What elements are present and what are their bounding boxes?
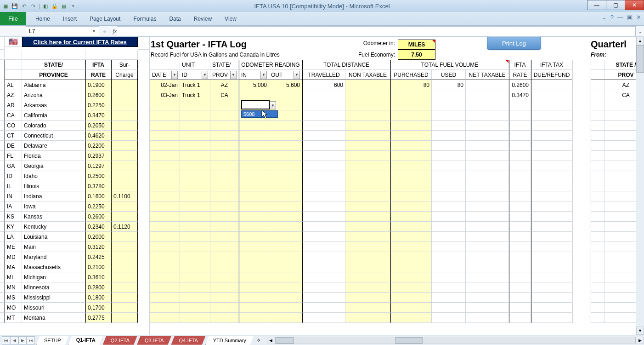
log-rate[interactable] [509,282,531,293]
log-used[interactable] [432,181,466,191]
tab-nav-prev[interactable]: ◀ [10,336,18,345]
log-odo-in[interactable] [239,282,269,293]
log-travelled[interactable] [302,242,345,252]
log-date[interactable] [150,161,180,171]
log-odo-in[interactable] [239,222,269,232]
log-tax[interactable] [531,293,572,303]
state-name[interactable]: Maryland [22,252,85,262]
state-surcharge[interactable] [111,272,138,282]
log-state[interactable] [210,272,239,282]
state-name[interactable]: Kansas [22,212,85,222]
state-abbr[interactable]: CT [5,131,22,141]
state-name[interactable]: Main [22,242,85,252]
state-rate[interactable]: 0.2340 [85,222,111,232]
log-nontax[interactable] [345,121,390,131]
log-odo-in[interactable] [239,121,269,131]
log-purchased[interactable] [390,201,432,212]
log-state[interactable] [210,110,239,121]
log-unit[interactable] [180,201,210,212]
log-net[interactable] [466,313,509,323]
log-rate[interactable] [509,181,531,191]
log-nontax[interactable] [345,110,390,121]
log-used[interactable] [432,242,466,252]
state-name[interactable]: Indiana [22,191,85,201]
log-unit[interactable] [180,272,210,282]
log-odo-in[interactable] [239,181,269,191]
state-abbr[interactable]: GA [5,161,22,171]
log-nontax[interactable] [345,141,390,151]
state-rate[interactable]: 0.2937 [85,151,111,161]
right-blank[interactable] [591,242,604,252]
hscroll-thumb[interactable] [276,337,294,344]
log-tax[interactable] [531,151,572,161]
log-date[interactable] [150,282,180,293]
log-odo-in[interactable] [239,201,269,212]
log-nontax[interactable] [345,191,390,201]
log-odo-out[interactable]: 5,600 [269,80,302,90]
log-tax[interactable] [531,121,572,131]
log-odo-out[interactable] [269,121,302,131]
right-blank[interactable] [591,222,604,232]
log-state[interactable] [210,181,239,191]
log-nontax[interactable] [345,151,390,161]
state-name[interactable]: Iowa [22,201,85,212]
state-name[interactable]: Delaware [22,141,85,151]
ribbon-minimize-icon[interactable]: ⌄ [602,14,607,21]
log-date[interactable] [150,232,180,242]
tab-insert[interactable]: Insert [56,12,83,25]
log-purchased[interactable] [390,151,432,161]
log-date[interactable] [150,141,180,151]
log-state[interactable] [210,201,239,212]
state-surcharge[interactable] [111,141,138,151]
right-blank[interactable] [591,262,604,272]
log-purchased[interactable] [390,282,432,293]
right-blank[interactable] [591,171,604,181]
formula-input[interactable] [117,26,636,36]
log-travelled[interactable] [302,100,345,110]
log-tax[interactable] [531,191,572,201]
state-rate[interactable]: 0.1600 [85,191,111,201]
state-name[interactable]: Illinois [22,181,85,191]
right-blank[interactable] [591,100,604,110]
log-unit[interactable] [180,191,210,201]
log-tax[interactable] [531,141,572,151]
log-net[interactable] [466,242,509,252]
qat-dropdown-icon[interactable]: ▼ [69,2,77,10]
hscroll-left[interactable]: ◀ [267,337,275,344]
log-date[interactable] [150,293,180,303]
log-nontax[interactable] [345,232,390,242]
log-travelled[interactable] [302,151,345,161]
log-rate[interactable] [509,191,531,201]
log-date[interactable] [150,151,180,161]
log-travelled[interactable] [302,212,345,222]
state-name[interactable]: Arizona [22,90,85,100]
state-abbr[interactable]: DE [5,141,22,151]
log-state[interactable] [210,222,239,232]
log-used[interactable] [432,141,466,151]
log-travelled[interactable] [302,293,345,303]
right-blank[interactable] [591,252,604,262]
log-rate[interactable] [509,201,531,212]
log-used[interactable] [432,303,466,313]
ifta-rates-link[interactable]: Click here for Current IFTA Rates [22,37,138,47]
state-surcharge[interactable] [111,121,138,131]
state-abbr[interactable]: IL [5,181,22,191]
log-rate[interactable]: 0.2600 [509,80,531,90]
log-travelled[interactable] [302,222,345,232]
log-rate[interactable] [509,141,531,151]
log-net[interactable] [466,131,509,141]
vertical-scrollbar[interactable]: ▲ ▼ [636,37,644,335]
minimize-button[interactable]: — [587,0,606,10]
log-odo-in[interactable] [239,161,269,171]
log-unit[interactable] [180,121,210,131]
log-net[interactable] [466,282,509,293]
log-rate[interactable] [509,131,531,141]
sheet-tab-setup[interactable]: SETUP [36,336,69,345]
state-name[interactable]: Alabama [22,80,85,90]
log-travelled[interactable] [302,282,345,293]
log-nontax[interactable] [345,242,390,252]
log-net[interactable] [466,303,509,313]
log-nontax[interactable] [345,171,390,181]
log-tax[interactable] [531,303,572,313]
log-used[interactable] [432,121,466,131]
